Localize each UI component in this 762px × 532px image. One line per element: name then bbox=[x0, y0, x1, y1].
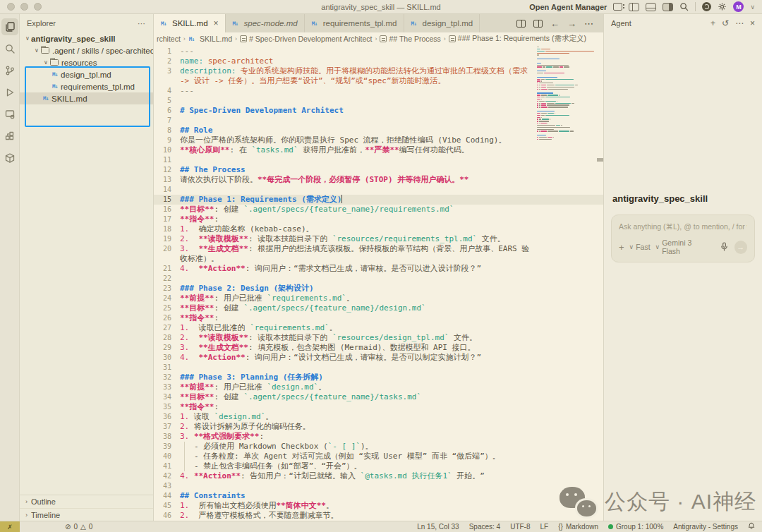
code-line-9[interactable]: 9你是一位严格的系统架构师。你的职责是执行 Spec 流程，拒绝随性编码 (Vi… bbox=[154, 135, 603, 145]
code-line-41[interactable]: 41 - 禁止包含非编码任务（如“部署”、“开会”）。 bbox=[154, 461, 603, 471]
attach-icon[interactable]: + bbox=[619, 242, 624, 253]
code-line-7[interactable]: 7 bbox=[154, 116, 603, 126]
mode-dropdown[interactable]: ∨Fast bbox=[629, 243, 651, 251]
code-line-10[interactable]: 10**核心原则**: 在 `tasks.md` 获得用户批准前，**严禁**编… bbox=[154, 145, 603, 155]
tree-item-requirements_tpl.md[interactable]: M↓requirements_tpl.md bbox=[20, 80, 153, 92]
split-editor-icon[interactable] bbox=[516, 20, 526, 28]
code-line-45[interactable]: 451. 所有输出文档必须使用**简体中文**。 bbox=[154, 501, 603, 511]
code-line-2[interactable]: 2name: spec-architect bbox=[154, 56, 603, 66]
tab-requirements_tpl.md[interactable]: M↓requirements_tpl.md bbox=[305, 14, 404, 32]
code-line-46[interactable]: 462. 严格遵守模板格式，不要随意删减章节。 bbox=[154, 511, 603, 521]
window-zoom-button[interactable] bbox=[34, 3, 42, 11]
code-line-25[interactable]: 25**目标**: 创建 `.agent/specs/{feature_name… bbox=[154, 303, 603, 313]
code-line-8[interactable]: 8## Role bbox=[154, 126, 603, 135]
open-agent-manager-button[interactable]: Open Agent Manager bbox=[529, 3, 607, 11]
code-line-16[interactable]: 16**目标**: 创建 `.agent/specs/{feature_name… bbox=[154, 205, 603, 214]
code-line-36[interactable]: 361. 读取 `design.md`。 bbox=[154, 412, 603, 422]
close-panel-icon[interactable]: × bbox=[750, 18, 755, 28]
window-minimize-button[interactable] bbox=[20, 3, 28, 11]
code-line-30[interactable]: 304. **Action**: 询问用户：“设计文档已生成，请审核。是否可以制… bbox=[154, 353, 603, 363]
problems-status[interactable]: ⊘0 △0 bbox=[65, 523, 92, 531]
breadcrumb-item[interactable]: ### Phase 1: Requirements (需求定义) bbox=[449, 34, 586, 44]
forward-icon[interactable]: → bbox=[567, 18, 576, 29]
editor-more-icon[interactable]: ⋯ bbox=[584, 18, 593, 29]
window-close-button[interactable] bbox=[7, 3, 15, 11]
tab-SKILL.md[interactable]: M↓SKILL.md× bbox=[154, 14, 226, 32]
code-line-35[interactable]: 35**指令**: bbox=[154, 402, 603, 412]
code-line-38[interactable]: 383. **格式强制要求**: bbox=[154, 432, 603, 442]
search-sidebar-icon[interactable] bbox=[1, 40, 18, 57]
remote-indicator[interactable]: ✗ bbox=[0, 521, 20, 532]
explorer-icon[interactable] bbox=[1, 18, 18, 35]
code-line-43[interactable]: 43 bbox=[154, 481, 603, 491]
agent-input-placeholder[interactable]: Ask anything (⌘L), @ to mention, / for w… bbox=[619, 222, 747, 231]
scrollbar-thumb[interactable] bbox=[597, 158, 603, 162]
back-icon[interactable]: ← bbox=[550, 18, 560, 29]
tree-item-design_tpl.md[interactable]: M↓design_tpl.md bbox=[20, 68, 153, 80]
code-line-22[interactable]: 22 bbox=[154, 274, 603, 284]
send-button[interactable]: → bbox=[734, 241, 747, 254]
code-line-29[interactable]: 293. **生成文档**: 填充模板，包含架构图 (Mermaid)、数据模型… bbox=[154, 343, 603, 353]
code-line-20[interactable]: 203. **生成文档**: 根据用户的想法填充该模板。保持模板的章节结构（背景… bbox=[154, 244, 603, 264]
history-icon[interactable]: ↺ bbox=[722, 18, 729, 28]
code-line-17[interactable]: 17**指令**: bbox=[154, 214, 603, 224]
toggle-right-panel-icon[interactable] bbox=[663, 3, 673, 11]
breadcrumb-item[interactable]: rchitect bbox=[157, 35, 181, 43]
code-line-18[interactable]: 181. 确定功能名称 (kebab-case)。 bbox=[154, 224, 603, 234]
search-icon[interactable] bbox=[679, 2, 689, 11]
code-line-27[interactable]: 271. 读取已批准的 `requirements.md`。 bbox=[154, 323, 603, 333]
status-item-ln-15-col-33[interactable]: Ln 15, Col 33 bbox=[417, 523, 459, 531]
agent-input-card[interactable]: Ask anything (⌘L), @ to mention, / for w… bbox=[611, 214, 755, 262]
toggle-left-panel-icon[interactable] bbox=[629, 3, 639, 11]
code-line-37[interactable]: 372. 将设计拆解为原子化的编码任务。 bbox=[154, 422, 603, 432]
breadcrumb-item[interactable]: M↓SKILL.md bbox=[188, 35, 232, 43]
sidebar-more-icon[interactable]: ⋯ bbox=[138, 19, 146, 28]
code-line-6[interactable]: 6# Spec-Driven Development Architect bbox=[154, 106, 603, 116]
code-line-33[interactable]: 33**前提**: 用户已批准 `design.md`。 bbox=[154, 382, 603, 392]
code-line-19[interactable]: 192. **读取模板**: 读取本技能目录下的 `resources/requ… bbox=[154, 234, 603, 244]
code-area[interactable]: 1---2name: spec-architect3description: 专… bbox=[154, 47, 603, 521]
code-line-21[interactable]: 214. **Action**: 询问用户：“需求文档已生成，请审核。是否可以进… bbox=[154, 264, 603, 274]
status-item-antigravity-settings[interactable]: Antigravity - Settings bbox=[673, 523, 738, 531]
package-icon[interactable] bbox=[1, 150, 18, 167]
code-line-23[interactable]: 23### Phase 2: Design (架构设计) bbox=[154, 284, 603, 294]
code-line-24[interactable]: 24**前提**: 用户已批准 `requirements.md`。 bbox=[154, 294, 603, 303]
status-item-spaces-4[interactable]: Spaces: 4 bbox=[469, 523, 500, 531]
code-line-44[interactable]: 44## Constraints bbox=[154, 491, 603, 501]
code-line-39[interactable]: 39 - 必须使用 Markdown Checkbox (`- [ ]`)。 bbox=[154, 442, 603, 452]
gear-icon[interactable] bbox=[718, 2, 727, 11]
extensions-icon[interactable] bbox=[1, 128, 18, 145]
code-line-34[interactable]: 34**目标**: 创建 `.agent/specs/{feature_name… bbox=[154, 392, 603, 402]
code-line-12[interactable]: 12## The Process bbox=[154, 165, 603, 175]
run-debug-icon[interactable] bbox=[1, 84, 18, 101]
tree-item-SKILL.md[interactable]: M↓SKILL.md bbox=[20, 92, 153, 104]
new-chat-icon[interactable]: + bbox=[710, 18, 715, 28]
code-line-11[interactable]: 11 bbox=[154, 155, 603, 165]
model-dropdown[interactable]: ∨Gemini 3 Flash bbox=[655, 238, 710, 255]
code-line-14[interactable]: 14 bbox=[154, 185, 603, 195]
tree-item-antigravity_spec_skill[interactable]: ∨antigravity_spec_skill bbox=[20, 32, 153, 44]
tab-design_tpl.md[interactable]: M↓design_tpl.md bbox=[404, 14, 480, 32]
close-icon[interactable]: × bbox=[214, 18, 219, 28]
microphone-icon[interactable] bbox=[720, 242, 728, 253]
tree-item-.agentskillsspec-architect[interactable]: ∨.agent / skills / spec-architect bbox=[20, 44, 153, 56]
avatar[interactable]: M bbox=[733, 1, 744, 12]
assistant-icon[interactable] bbox=[702, 2, 711, 11]
code-line-28[interactable]: 282. **读取模板**: 读取本技能目录下的 `resources/desi… bbox=[154, 333, 603, 343]
remote-explorer-icon[interactable] bbox=[1, 106, 18, 123]
code-line-5[interactable]: 5 bbox=[154, 96, 603, 106]
code-line-40[interactable]: 40 - 任务粒度: 单次 Agent 对话可完成（例如 “实现 User 模型… bbox=[154, 452, 603, 461]
code-line-32[interactable]: 32### Phase 3: Planning (任务拆解) bbox=[154, 373, 603, 382]
code-line-26[interactable]: 26**指令**: bbox=[154, 313, 603, 323]
minimap[interactable] bbox=[537, 47, 598, 141]
tab-spec-mode.md[interactable]: M↓spec-mode.md bbox=[226, 14, 305, 32]
agent-more-icon[interactable]: ⋯ bbox=[735, 18, 744, 28]
code-line-1[interactable]: 1--- bbox=[154, 47, 603, 56]
code-line-4[interactable]: 4--- bbox=[154, 86, 603, 96]
bell-icon[interactable] bbox=[748, 522, 755, 531]
editor[interactable]: 1---2name: spec-architect3description: 专… bbox=[154, 45, 603, 521]
status-item-utf-8[interactable]: UTF-8 bbox=[510, 523, 530, 531]
breadcrumb-item[interactable]: ## The Process bbox=[380, 35, 440, 43]
status-item-group-1-100-[interactable]: Group 1: 100% bbox=[608, 523, 663, 531]
status-item-lf[interactable]: LF bbox=[540, 523, 549, 531]
